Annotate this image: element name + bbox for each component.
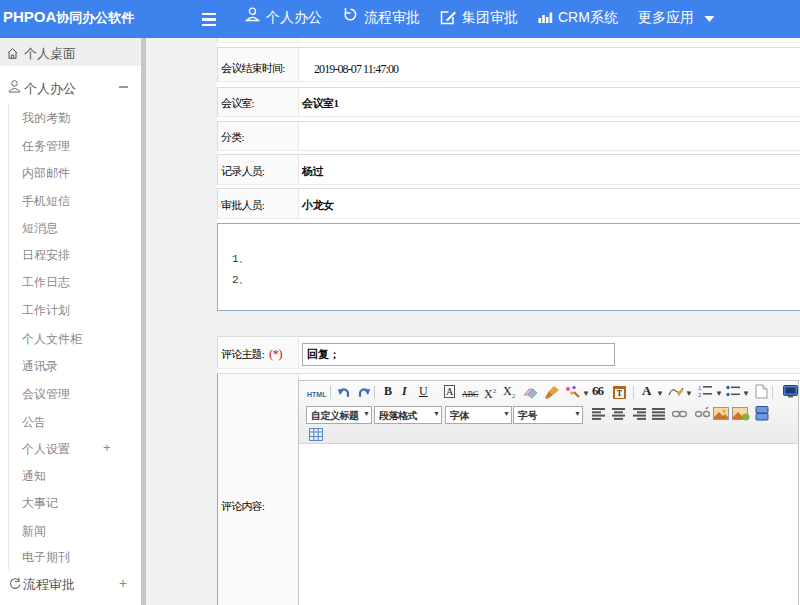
svg-text:T: T	[617, 389, 623, 398]
svg-text:1: 1	[698, 385, 702, 391]
svg-text:2: 2	[698, 392, 702, 398]
